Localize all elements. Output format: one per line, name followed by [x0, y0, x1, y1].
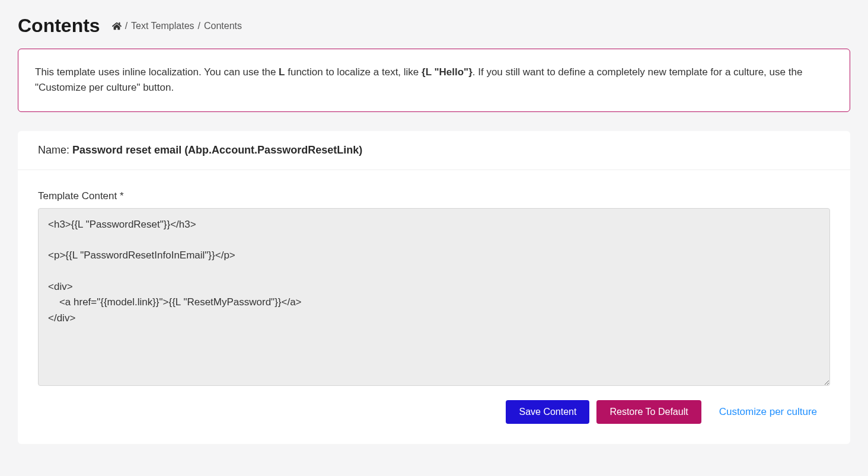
alert-text: This template uses inline localization. …	[35, 66, 279, 78]
breadcrumb-separator: /	[198, 21, 200, 31]
restore-default-button[interactable]: Restore To Default	[596, 400, 701, 424]
action-bar: Save Content Restore To Default Customiz…	[38, 400, 830, 424]
page-title: Contents	[18, 15, 100, 37]
breadcrumb-item-contents: Contents	[204, 21, 242, 31]
inline-localization-notice: This template uses inline localization. …	[18, 49, 850, 112]
save-content-button[interactable]: Save Content	[506, 400, 589, 424]
card-body: Template Content * Save Content Restore …	[18, 170, 850, 444]
alert-text: function to localize a text, like	[285, 66, 422, 78]
template-name-label: Name:	[38, 144, 72, 156]
template-content-textarea[interactable]	[38, 208, 830, 386]
alert-example: {L "Hello"}	[422, 66, 473, 78]
template-name-value: Password reset email (Abp.Account.Passwo…	[72, 144, 362, 156]
template-content-label: Template Content *	[38, 190, 830, 202]
card-header: Name: Password reset email (Abp.Account.…	[18, 131, 850, 170]
breadcrumb: / Text Templates / Contents	[112, 21, 242, 31]
customize-per-culture-link[interactable]: Customize per culture	[719, 406, 817, 418]
template-card: Name: Password reset email (Abp.Account.…	[18, 131, 850, 444]
breadcrumb-item-text-templates[interactable]: Text Templates	[131, 21, 194, 31]
page-header: Contents / Text Templates / Contents	[18, 15, 850, 37]
breadcrumb-separator: /	[125, 21, 127, 31]
home-icon[interactable]	[112, 21, 122, 31]
alert-l-func: L	[279, 66, 285, 78]
